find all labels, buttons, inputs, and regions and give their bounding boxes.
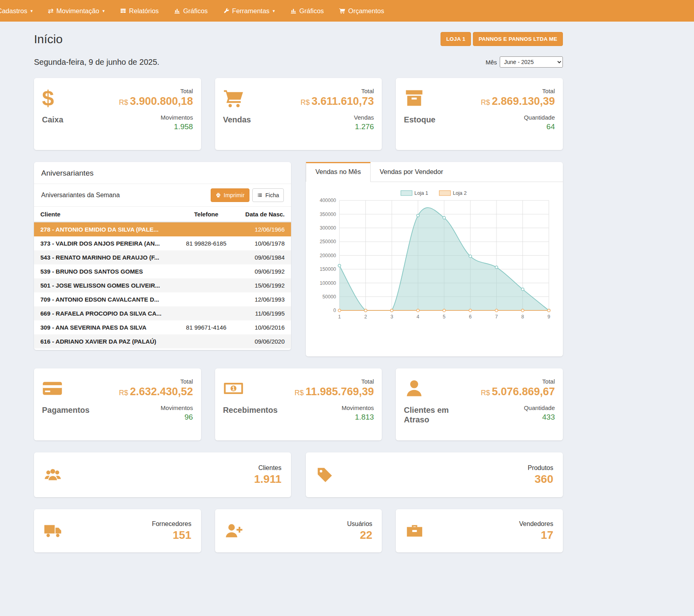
nav-movimentacao[interactable]: ⇄ Movimentação ▾ — [40, 0, 112, 22]
company-button[interactable]: PANNOS E PANNOS LTDA ME — [473, 32, 563, 46]
recebimentos-card: 1 Recebimentos Total R$ 11.985.769,39 Mo… — [215, 368, 382, 440]
total-number: 3.900.800,18 — [130, 95, 193, 107]
birthday-row[interactable]: 501 - JOSE WELISSON GOMES OLIVEIR...15/0… — [34, 278, 291, 292]
stat-name-vendas: Vendas — [223, 115, 251, 124]
total-number: 2.632.430,52 — [130, 386, 193, 398]
birthday-row[interactable]: 543 - RENATO MARINHO DE ARAUJO (F...09/0… — [34, 250, 291, 264]
bar-chart-icon — [290, 8, 297, 14]
nav-cadastros[interactable]: Cadastros ▾ — [0, 0, 40, 22]
person-icon — [404, 378, 425, 399]
total-number: 5.076.869,67 — [492, 386, 555, 398]
cell-telefone — [175, 250, 237, 264]
birthday-row[interactable]: 373 - VALDIR DOS ANJOS PEREIRA (AN...81 … — [34, 236, 291, 250]
cart-icon — [223, 88, 244, 108]
cell-telefone — [175, 292, 237, 306]
tab-vendas-no-mes[interactable]: Vendas no Mês — [306, 162, 371, 182]
total-value: R$ 5.076.869,67 — [481, 386, 555, 398]
month-select[interactable]: June - 2025 — [500, 56, 563, 68]
nav-label-orcamentos: Orçamentos — [348, 7, 384, 15]
counter-label: Clientes — [254, 464, 281, 472]
birthday-row[interactable]: 669 - RAFAELA PROCOPIO DA SILVA CA...11/… — [34, 306, 291, 320]
stat-name-pagamentos: Pagamentos — [42, 405, 90, 415]
fornecedores-card: Fornecedores 151 — [34, 509, 201, 552]
cell-data: 09/06/1992 — [237, 264, 291, 278]
birthday-row[interactable]: 278 - ANTONIO EMIDIO DA SILVA (PALE...12… — [34, 222, 291, 236]
count-label: Movimentos — [295, 404, 374, 411]
date-text: Segunda-feira, 9 de junho de 2025. — [34, 58, 160, 67]
cell-telefone — [175, 334, 237, 348]
caret-down-icon: ▾ — [273, 8, 275, 14]
nav-graficos-2[interactable]: Gráficos — [283, 0, 331, 22]
count-value: 96 — [119, 413, 193, 422]
counter-label: Vendedores — [519, 520, 553, 528]
ficha-button[interactable]: Ficha — [252, 188, 284, 202]
caret-down-icon: ▾ — [102, 8, 105, 14]
nav-label-graficos-2: Gráficos — [299, 7, 324, 15]
col-header-data: Data de Nasc. — [237, 207, 291, 222]
caret-down-icon: ▾ — [30, 8, 33, 14]
truck-icon — [44, 522, 62, 540]
nav-graficos-1[interactable]: Gráficos — [166, 0, 215, 22]
sales-tabs: Vendas no Mês Vendas por Vendedor — [306, 162, 563, 182]
cell-data: 12/06/1993 — [237, 292, 291, 306]
stat-name-recebimentos: Recebimentos — [223, 405, 271, 415]
svg-text:0: 0 — [333, 308, 336, 313]
count-label: Vendas — [301, 114, 374, 121]
dollar-icon: $ — [42, 88, 63, 108]
store-button[interactable]: LOJA 1 — [441, 32, 471, 46]
svg-text:200000: 200000 — [320, 253, 336, 258]
birthdays-subtitle: Aniversariantes da Semana — [41, 192, 120, 199]
page-title: Início — [34, 32, 63, 46]
birthday-row[interactable]: 709 - ANTONIO EDSON CAVALCANTE D...12/06… — [34, 292, 291, 306]
exchange-icon: ⇄ — [48, 8, 54, 14]
counter-value: 360 — [528, 473, 553, 486]
print-button[interactable]: Imprimir — [211, 188, 249, 202]
svg-text:100000: 100000 — [320, 280, 336, 286]
nav-orcamentos[interactable]: Orçamentos — [331, 0, 392, 22]
nav-relatorios[interactable]: Relatórios — [112, 0, 166, 22]
cell-data: 10/06/2016 — [237, 320, 291, 334]
pagamentos-card: Pagamentos Total R$ 2.632.430,52 Movimen… — [34, 368, 201, 440]
produtos-card: Produtos 360 — [306, 452, 563, 497]
nav-label-movimentacao: Movimentação — [56, 7, 99, 15]
count-label: Quantidade — [481, 404, 555, 411]
credit-card-icon — [42, 378, 63, 399]
total-value: R$ 3.611.610,73 — [301, 95, 374, 108]
usuarios-card: Usuários 22 — [215, 509, 382, 552]
user-plus-icon — [225, 522, 243, 540]
cell-telefone — [175, 306, 237, 320]
briefcase-icon — [405, 522, 424, 540]
birthday-row[interactable]: 309 - ANA SEVERINA PAES DA SILVA81 99671… — [34, 320, 291, 334]
wrench-icon — [223, 8, 229, 14]
cell-cliente: 539 - BRUNO DOS SANTOS GOMES — [34, 264, 175, 278]
tab-vendas-por-vendedor[interactable]: Vendas por Vendedor — [371, 162, 453, 182]
cell-cliente: 501 - JOSE WELISSON GOMES OLIVEIR... — [34, 278, 175, 292]
birthdays-table-body: 278 - ANTONIO EMIDIO DA SILVA (PALE...12… — [34, 222, 291, 348]
top-navbar: Cadastros ▾ ⇄ Movimentação ▾ Relatórios … — [0, 0, 694, 22]
main-content: Início LOJA 1 PANNOS E PANNOS LTDA ME Se… — [34, 32, 563, 580]
counter-value: 17 — [519, 529, 553, 542]
total-label: Total — [295, 378, 374, 385]
cell-data: 09/06/2020 — [237, 334, 291, 348]
birthdays-title: Aniversariantes — [34, 162, 291, 184]
svg-text:50000: 50000 — [323, 294, 336, 300]
currency-prefix: R$ — [295, 389, 304, 397]
total-label: Total — [481, 88, 555, 94]
cell-data: 10/06/1978 — [237, 236, 291, 250]
nav-ferramentas[interactable]: Ferramentas ▾ — [215, 0, 283, 22]
cell-data: 09/06/1984 — [237, 250, 291, 264]
svg-text:6: 6 — [469, 314, 472, 320]
cell-cliente: 543 - RENATO MARINHO DE ARAUJO (F... — [34, 250, 175, 264]
counter-value: 22 — [347, 529, 372, 542]
cell-data: 11/06/1995 — [237, 306, 291, 320]
stat-name-estoque: Estoque — [404, 115, 435, 124]
svg-text:2: 2 — [364, 314, 367, 320]
caixa-card: $ Caixa Total R$ 3.900.800,18 Movimentos… — [34, 78, 201, 150]
cart-icon — [339, 8, 345, 14]
birthday-row[interactable]: 539 - BRUNO DOS SANTOS GOMES09/06/1992 — [34, 264, 291, 278]
birthday-row[interactable]: 616 - ADRIANO XAVIER DA PAZ (PALAÚ)09/06… — [34, 334, 291, 348]
cell-telefone: 81 99671-4146 — [175, 320, 237, 334]
svg-text:150000: 150000 — [320, 266, 336, 272]
cell-telefone: 81 99828-6185 — [175, 236, 237, 250]
total-value: R$ 3.900.800,18 — [119, 95, 193, 108]
